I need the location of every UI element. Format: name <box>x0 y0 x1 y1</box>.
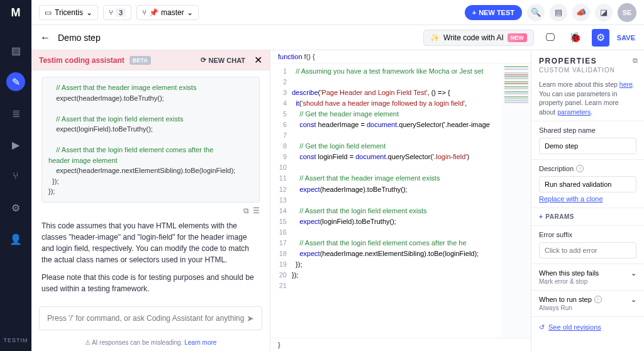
replace-clone-link[interactable]: Replace with a clone <box>539 195 636 203</box>
add-params-button[interactable]: + PARAMS <box>539 213 636 220</box>
branch-icon: ⑂ <box>109 8 113 17</box>
plus-icon: + <box>539 213 543 220</box>
search-icon[interactable]: 🔍 <box>527 4 545 21</box>
user-avatar[interactable]: SE <box>618 3 636 22</box>
close-assistant-icon[interactable]: ✕ <box>254 54 262 66</box>
docs-icon[interactable]: ▤ <box>550 4 567 21</box>
assistant-title: Testim coding assistant <box>39 56 125 65</box>
send-icon[interactable]: ➤ <box>247 313 254 323</box>
properties-subtitle: CUSTOM VALIDATION <box>539 67 636 74</box>
error-suffix-input[interactable] <box>539 242 636 259</box>
minimap[interactable] <box>502 64 531 338</box>
nav-branch-icon[interactable]: ⑂ <box>6 167 25 186</box>
nav-dashboard-icon[interactable]: ▨ <box>6 41 25 60</box>
shared-step-label: Shared step name <box>539 126 636 134</box>
parameters-link[interactable]: parameters <box>557 108 591 116</box>
back-button[interactable]: ← <box>40 32 50 43</box>
nav-play-icon[interactable]: ▶ <box>6 135 25 154</box>
assistant-paragraph-1: This code assumes that you have HTML ele… <box>42 220 260 265</box>
nav-user-icon[interactable]: 👤 <box>6 230 25 248</box>
bug-icon[interactable]: 🐞 <box>567 29 584 47</box>
assistant-text-input[interactable] <box>47 314 247 323</box>
chevron-down-icon: ⌄ <box>631 296 636 304</box>
chevron-down-icon: ⌄ <box>86 8 92 17</box>
learn-more-link[interactable]: Learn more <box>184 339 216 346</box>
apps-icon[interactable]: ◪ <box>595 4 613 21</box>
editor-closing-brace: } <box>270 338 531 351</box>
fail-behavior-row[interactable]: When this step fails Mark error & stop ⌄ <box>539 269 636 285</box>
description-label: Descriptioni <box>539 165 636 172</box>
refresh-icon: ⟳ <box>201 56 206 64</box>
editor-signature: function f() { <box>270 50 531 64</box>
code-editor[interactable]: function f() { 1234567891011121314151617… <box>270 50 531 351</box>
shared-step-input[interactable] <box>539 138 636 154</box>
info-icon[interactable]: i <box>594 296 602 303</box>
app-logo: M <box>11 6 21 20</box>
when-to-run-row[interactable]: When to run step i Always Run ⌄ <box>539 296 636 311</box>
step-title: Demo step <box>58 33 101 43</box>
assistant-code-block: // Assert that the header image element … <box>42 77 260 203</box>
copy-properties-icon[interactable]: ⧉ <box>633 57 638 65</box>
brand-label: TESTIM <box>4 337 28 343</box>
nav-list-icon[interactable]: ≣ <box>6 104 25 123</box>
monitor-icon[interactable]: 🖵 <box>541 29 559 47</box>
project-selector[interactable]: ▭ Tricentis ⌄ <box>39 5 98 20</box>
new-test-button[interactable]: + NEW TEST <box>465 5 522 20</box>
coding-assistant-panel: Testim coding assistant BETA ⟳ NEW CHAT … <box>31 50 270 351</box>
here-link[interactable]: here <box>619 81 633 88</box>
topbar: ▭ Tricentis ⌄ ⑂ 3 ⑂ 📌 master ⌄ + NEW TES… <box>31 0 644 25</box>
assistant-footer: ⚠ AI responses can be misleading. Learn … <box>31 337 270 351</box>
history-icon: ↺ <box>539 323 545 332</box>
announce-icon[interactable]: 📣 <box>572 4 590 21</box>
insert-code-icon[interactable]: ☰ <box>253 206 260 215</box>
branch-list-button[interactable]: ⑂ 3 <box>103 5 131 20</box>
save-button[interactable]: SAVE <box>617 34 635 42</box>
plus-icon: + <box>472 9 476 16</box>
error-suffix-label: Error suffix <box>539 231 636 238</box>
chevron-down-icon: ⌄ <box>187 8 193 17</box>
step-toolbar: ← Demo step ✨ Write code with AI NEW 🖵 🐞… <box>31 25 644 50</box>
assistant-paragraph-2: Please note that this code is for testin… <box>42 272 260 294</box>
code-content[interactable]: // Assuming you have a test framework li… <box>292 64 502 338</box>
properties-info: Learn more about this step here. You can… <box>531 76 644 121</box>
left-nav-rail: M ▨ ✎ ≣ ▶ ⑂ ⚙ 👤 TESTIM <box>0 0 31 351</box>
pin-icon: 📌 <box>149 8 158 17</box>
copy-code-icon[interactable]: ⧉ <box>243 206 249 215</box>
settings-icon[interactable]: ⚙ <box>592 29 609 47</box>
line-gutter: 123456789101112131415161718192021 <box>270 64 292 338</box>
properties-title: PROPERTIES <box>539 57 636 65</box>
branch-icon: ⑂ <box>142 8 147 17</box>
write-with-ai-button[interactable]: ✨ Write code with AI NEW <box>423 30 534 46</box>
sparkle-icon: ✨ <box>430 33 440 42</box>
nav-editor-icon[interactable]: ✎ <box>6 72 25 91</box>
warning-icon: ⚠ <box>85 339 91 346</box>
old-revisions-link[interactable]: See old revisions <box>548 323 601 331</box>
description-input[interactable] <box>539 176 636 192</box>
assistant-input-box[interactable]: ➤ <box>39 306 262 330</box>
chevron-down-icon: ⌄ <box>631 269 636 277</box>
nav-settings-icon[interactable]: ⚙ <box>6 198 25 217</box>
new-chat-button[interactable]: ⟳ NEW CHAT <box>201 56 245 64</box>
info-icon[interactable]: i <box>576 165 584 172</box>
beta-badge: BETA <box>130 56 151 65</box>
properties-panel: PROPERTIES CUSTOM VALIDATION ⧉ Learn mor… <box>531 50 644 351</box>
branch-selector[interactable]: ⑂ 📌 master ⌄ <box>136 5 199 20</box>
laptop-icon: ▭ <box>45 8 52 17</box>
